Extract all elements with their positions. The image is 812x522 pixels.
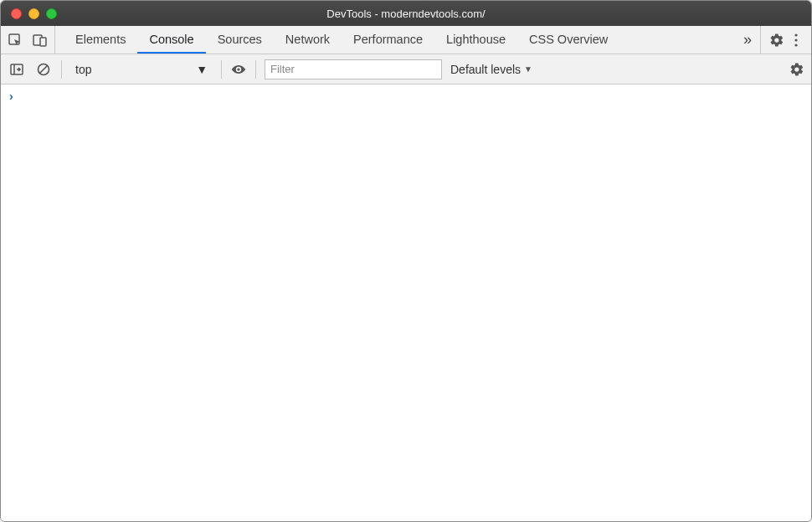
chevron-down-icon: ▼ <box>524 64 532 74</box>
svg-rect-2 <box>40 38 46 46</box>
panel-tabs: Elements Console Sources Network Perform… <box>55 26 735 54</box>
tab-label: Performance <box>353 33 423 46</box>
levels-label: Default levels <box>450 63 521 76</box>
tab-label: Sources <box>218 33 262 46</box>
tab-label: Console <box>149 33 193 46</box>
console-prompt-icon: › <box>9 90 13 103</box>
live-expression-icon[interactable] <box>230 62 247 77</box>
tab-performance[interactable]: Performance <box>342 26 434 54</box>
svg-point-8 <box>237 68 239 70</box>
devtools-window: DevTools - moderndevtools.com/ Elements … <box>0 0 812 522</box>
window-controls <box>1 8 57 19</box>
main-tabstrip: Elements Console Sources Network Perform… <box>1 26 811 54</box>
tab-elements[interactable]: Elements <box>64 26 137 54</box>
titlebar: DevTools - moderndevtools.com/ <box>1 1 811 26</box>
window-title: DevTools - moderndevtools.com/ <box>1 8 811 20</box>
console-output[interactable]: › <box>1 84 811 521</box>
tab-sources[interactable]: Sources <box>206 26 274 54</box>
overflow-icon: » <box>743 31 752 49</box>
separator <box>221 60 222 79</box>
tab-label: Network <box>285 33 330 46</box>
settings-icon[interactable] <box>769 33 784 48</box>
device-toolbar-icon[interactable] <box>31 31 49 49</box>
svg-point-4 <box>794 38 797 41</box>
levels-dropdown[interactable]: Default levels ▼ <box>450 63 532 76</box>
filter-input[interactable] <box>265 59 442 79</box>
zoom-window-button[interactable] <box>46 8 57 19</box>
svg-point-5 <box>794 44 797 46</box>
context-label: top <box>75 63 91 76</box>
separator <box>61 60 62 79</box>
svg-point-3 <box>794 33 797 36</box>
console-sidebar-toggle-icon[interactable] <box>8 60 26 79</box>
tabs-overflow-button[interactable]: » <box>735 26 760 54</box>
tab-label: Elements <box>75 33 126 46</box>
chevron-down-icon: ▼ <box>196 63 208 76</box>
inspect-element-icon[interactable] <box>6 31 24 49</box>
console-settings-icon[interactable] <box>789 62 804 77</box>
more-options-icon[interactable] <box>789 33 803 48</box>
tab-label: CSS Overview <box>529 33 608 46</box>
tabstrip-right-tools <box>760 26 811 54</box>
context-selector[interactable]: top ▼ <box>70 63 213 76</box>
inspect-tools <box>1 26 55 54</box>
tab-css-overview[interactable]: CSS Overview <box>517 26 619 54</box>
tab-label: Lighthouse <box>446 33 506 46</box>
tab-network[interactable]: Network <box>274 26 342 54</box>
close-window-button[interactable] <box>11 8 22 19</box>
minimize-window-button[interactable] <box>28 8 39 19</box>
tab-lighthouse[interactable]: Lighthouse <box>434 26 517 54</box>
clear-console-icon[interactable] <box>34 60 53 79</box>
console-toolbar: top ▼ Default levels ▼ <box>1 54 811 84</box>
tab-console[interactable]: Console <box>137 26 205 54</box>
separator <box>255 60 256 79</box>
